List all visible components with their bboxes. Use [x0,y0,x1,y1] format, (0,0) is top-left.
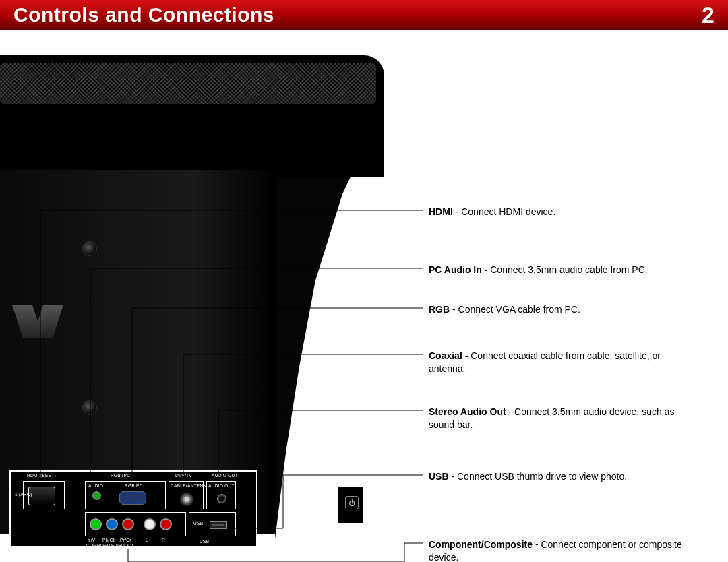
audio-out-box: AUDIO OUT [206,481,236,509]
port-description: HDMI - Connect HDMI device. [429,206,698,218]
usb-bottom-label: USB [200,539,209,544]
tv-illustration [0,55,418,540]
chapter-title: Controls and Connections [13,3,274,26]
pbcb-label: Pb/Cb [102,538,116,542]
prcr-label: Pr/Cr [120,538,131,542]
rca-pr-icon [122,518,134,530]
power-button-panel: ⏻ [337,485,364,524]
port-description: Component/Composite - Connect component … [429,538,698,562]
port-description: Stereo Audio Out - Connect 3.5mm audio d… [429,406,698,431]
component-label: COMPONENT (BETTER) [104,547,157,552]
l-label: L [146,538,148,542]
port-desc-text: - Connect VGA cable from PC. [450,304,580,315]
rca-l-icon [144,518,156,530]
tv-side-curve [275,108,410,539]
speaker-grille [0,63,376,104]
power-button-icon: ⏻ [345,496,359,509]
rca-pb-icon [106,518,118,530]
port-description: USB - Connect USB thumb drive to view ph… [429,470,698,483]
usb-port-icon [210,521,227,529]
port-desc-title: RGB [429,304,450,315]
port-desc-text: - Connect HDMI device. [453,206,556,217]
hdmi-port-icon [28,487,55,505]
component-box [85,512,186,536]
port-desc-text: Connect 3.5mm audio cable from PC. [487,264,647,275]
audio-sublabel: AUDIO [88,483,103,488]
rgb-section-label: RGB (PC) [111,473,132,478]
rca-y-icon [90,518,102,530]
audio-out-sublabel: AUDIO OUT [208,483,235,488]
usb-sublabel: USB [193,521,203,526]
usb-box: USB [189,512,236,536]
v-logo-icon [11,305,67,345]
port-desc-title: Stereo Audio Out [429,406,506,417]
port-desc-title: PC Audio In - [429,264,487,275]
rgb-pc-sublabel: RGB PC [125,483,143,488]
hdmi-section-label: HDMI (BEST) [27,473,56,478]
vga-port-icon [119,491,146,505]
mount-screw-icon [82,400,97,415]
coax-port-icon [180,493,193,506]
chapter-header: Controls and Connections 2 [0,0,728,30]
port-desc-title: Coaxial - [429,350,468,361]
dtv-section-label: DTV/TV [175,473,192,478]
port-desc-title: USB [429,471,449,482]
port-desc-title: Component/Composite [429,539,533,550]
page-content: HDMI (BEST) RGB (PC) DTV/TV AUDIO OUT 1 … [0,30,728,562]
rgb-box: AUDIO RGB PC [85,481,166,509]
mount-screw-icon [82,241,97,256]
r-label: R [162,538,165,542]
yv-label: Y/V [88,538,95,542]
rca-r-icon [160,518,172,530]
pc-audio-jack-icon [92,491,101,500]
port-panel: HDMI (BEST) RGB (PC) DTV/TV AUDIO OUT 1 … [9,470,257,547]
port-desc-title: HDMI [429,206,453,217]
coax-box: CABLE/ANTENNA [169,481,204,509]
port-description: Coaxial - Connect coaxial cable from cab… [429,350,698,375]
audio-out-jack-icon [217,494,226,503]
audio-out-section-label: AUDIO OUT [212,473,238,478]
port-description: RGB - Connect VGA cable from PC. [429,303,698,316]
cable-sublabel: CABLE/ANTENNA [171,483,210,488]
port-desc-text: - Connect USB thumb drive to view photo. [449,471,628,482]
arc-label: 1 (ARC) [15,492,23,497]
port-description: PC Audio In - Connect 3.5mm audio cable … [429,263,698,276]
chapter-number: 2 [702,2,715,28]
